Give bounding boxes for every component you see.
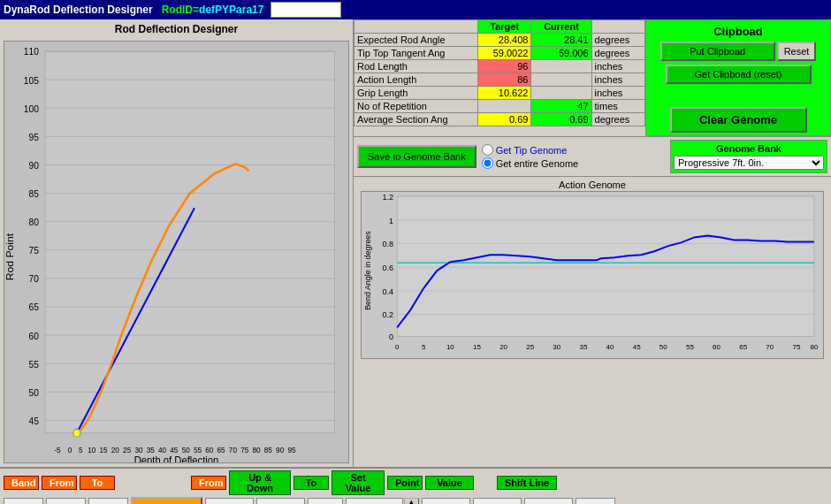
entire-genome-radio-label[interactable]: Get entire Genome (482, 157, 579, 169)
svg-rect-1 (45, 51, 335, 433)
by-plus-select[interactable]: 1 (576, 498, 615, 504)
current-header: Current (531, 20, 591, 34)
svg-text:85: 85 (264, 446, 272, 454)
svg-text:25: 25 (526, 343, 534, 351)
app-name: DynaRod Deflection Designer (4, 4, 153, 16)
left-panel: Rod Deflection Designer (0, 19, 354, 467)
param-target-0[interactable]: 28.408 (478, 34, 531, 47)
save-genome-button[interactable]: Save to Genome Bank (357, 145, 476, 168)
chart-title: Rod Deflection Designer (0, 19, 353, 39)
from2-select[interactable] (205, 498, 254, 504)
svg-text:15: 15 (473, 343, 481, 351)
from-select[interactable]: 5 (46, 498, 86, 504)
param-target-4[interactable]: 10.622 (478, 87, 531, 100)
value-up-arrow[interactable]: ▲ (404, 498, 419, 504)
get-clipboard-button[interactable]: Get Clipboad (reset) (666, 65, 812, 84)
svg-text:0.4: 0.4 (383, 287, 394, 296)
param-target-2[interactable]: 96 (478, 60, 531, 73)
svg-text:75: 75 (29, 245, 39, 256)
value-select[interactable]: 0.1031 (346, 498, 403, 504)
svg-text:Bend Angle in degrees: Bend Angle in degrees (363, 231, 372, 310)
tip-genome-label: Get Tip Genome (496, 145, 568, 156)
svg-text:Depth of Deflection: Depth of Deflection (134, 454, 219, 462)
point-label: Point (387, 476, 423, 490)
param-unit-2: inches (591, 60, 644, 73)
by-pct-select[interactable] (524, 498, 573, 504)
tip-genome-radio-label[interactable]: Get Tip Genome (482, 144, 579, 156)
param-unit-4: inches (591, 87, 644, 100)
svg-rect-56 (397, 196, 814, 336)
to-select[interactable]: 15 (88, 498, 128, 504)
svg-text:35: 35 (579, 343, 587, 351)
to3-select[interactable] (473, 498, 522, 504)
put-clipboard-button[interactable]: Put Clipboad (660, 42, 775, 61)
svg-text:30: 30 (553, 343, 560, 351)
param-unit-0: degrees (591, 34, 644, 47)
svg-text:0: 0 (68, 446, 72, 454)
svg-point-32 (73, 429, 80, 437)
param-current-1: 59.006 (531, 47, 591, 60)
svg-text:60: 60 (713, 343, 720, 351)
param-current-0: 28.41 (531, 34, 591, 47)
reset-button[interactable]: Reset (777, 42, 817, 61)
target-header: Target (478, 20, 531, 34)
from-label: From (42, 476, 77, 490)
svg-text:50: 50 (182, 446, 190, 454)
main-area: Rod Deflection Designer (0, 19, 831, 467)
param-unit-1: degrees (591, 47, 644, 60)
svg-text:80: 80 (29, 217, 39, 227)
genome-section: Save to Genome Bank Get Tip Genome Get e… (354, 137, 831, 177)
to-label: To (80, 476, 115, 490)
param-current-6: 0.69 (531, 113, 591, 126)
action-genome-container: Action Genome 1.2 1 (357, 179, 827, 465)
entire-genome-radio[interactable] (482, 157, 493, 169)
control-inputs-row: 2 5 15 Smooth 1 0.1031 ▲ ▼ (4, 497, 827, 504)
svg-text:95: 95 (29, 131, 39, 141)
arrow-group: ▲ ▼ (404, 498, 419, 504)
svg-text:65: 65 (29, 302, 39, 312)
param-unit-3: inches (591, 73, 644, 87)
param-unit-6: degrees (591, 113, 644, 126)
action-genome-chart: 1.2 1 0.8 0.6 0.4 0.2 0 Bend Angle in de… (361, 191, 824, 359)
svg-text:50: 50 (659, 343, 667, 351)
deflection-chart-svg: 110 105 100 95 90 85 80 75 70 65 60 55 5… (4, 42, 348, 462)
svg-text:10: 10 (446, 343, 454, 351)
svg-text:90: 90 (29, 160, 39, 171)
rod-id-input[interactable] (271, 2, 341, 18)
band-label: Band (4, 476, 39, 490)
clipboard-panel: Clipboad Put Clipboad Reset Get Clipboad… (645, 19, 831, 136)
param-target-1[interactable]: 59.0022 (478, 47, 531, 60)
param-label-6: Average Section Ang (355, 113, 478, 126)
param-target-3[interactable]: 86 (478, 73, 531, 87)
svg-text:15: 15 (99, 446, 107, 454)
value-input-group: 0.1031 ▲ ▼ (346, 498, 419, 504)
rod-id-value: defPYPara17 (199, 4, 263, 16)
svg-text:0.2: 0.2 (383, 311, 394, 320)
svg-text:70: 70 (29, 273, 39, 284)
genome-bank-select[interactable]: Progressive 7ft. 0in. (674, 156, 824, 170)
from3-select[interactable] (422, 498, 470, 504)
clear-genome-button[interactable]: Clear Genome (670, 107, 807, 133)
bottom-controls: Band From To From Up & Down To Set Value… (0, 467, 831, 504)
svg-text:65: 65 (217, 446, 225, 454)
svg-text:105: 105 (24, 74, 39, 85)
params-table: Target Current Expected Rod Angle 28.408… (354, 19, 645, 126)
params-wrapper: Target Current Expected Rod Angle 28.408… (354, 19, 645, 136)
svg-text:Rod Point: Rod Point (4, 233, 15, 280)
clipboard-title: Clipboad (649, 23, 827, 40)
up-down-label: Up & Down (229, 470, 291, 495)
titlebar: DynaRod Deflection Designer RodID= defPY… (0, 0, 831, 19)
svg-text:1.2: 1.2 (383, 193, 394, 202)
svg-text:45: 45 (633, 343, 641, 351)
tip-genome-radio[interactable] (482, 144, 493, 156)
svg-text:50: 50 (29, 386, 39, 397)
to2-select[interactable] (256, 498, 305, 504)
deflection-chart-area: 110 105 100 95 90 85 80 75 70 65 60 55 5… (4, 41, 349, 463)
svg-text:0.8: 0.8 (383, 240, 394, 248)
svg-text:55: 55 (29, 358, 39, 369)
point-select[interactable]: 1 (308, 498, 343, 504)
param-target-6[interactable]: 0.69 (478, 113, 531, 126)
param-label-5: No of Repetition (355, 100, 478, 113)
band-select[interactable]: 2 (4, 498, 43, 504)
smooth-button[interactable]: Smooth (131, 497, 202, 504)
